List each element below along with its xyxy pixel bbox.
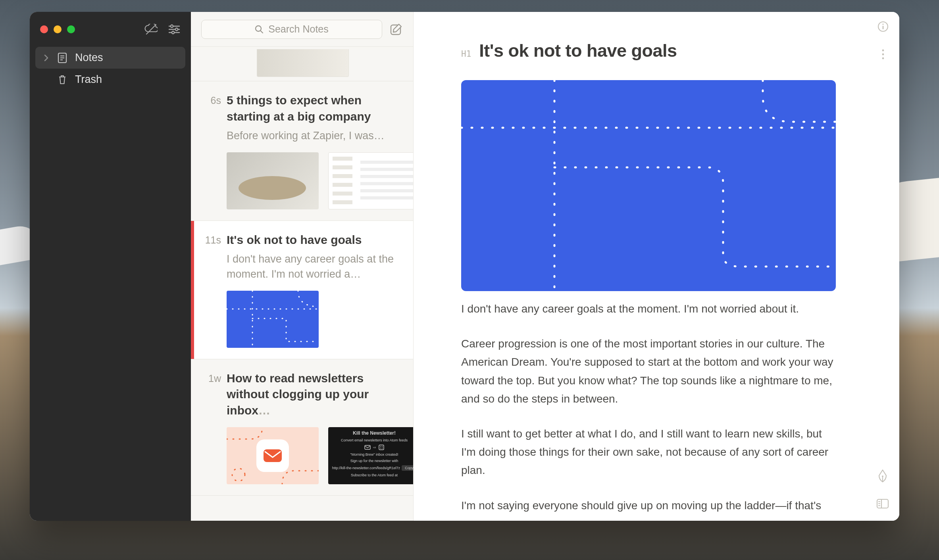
document: H1 It's ok not to have goals I don't hav…: [414, 12, 899, 521]
note-icon: [57, 52, 68, 63]
editor-tools-top: [877, 21, 889, 62]
document-paragraph[interactable]: I'm not saying everyone should give up o…: [461, 497, 834, 515]
svg-point-17: [380, 446, 381, 447]
search-input[interactable]: Search Notes: [201, 20, 382, 39]
note-timestamp: 11s: [195, 232, 221, 348]
note-title: 5 things to expect when starting at a bi…: [227, 92, 402, 125]
note-thumbnails: [227, 291, 402, 348]
chevron-right-icon: [42, 54, 50, 61]
info-icon[interactable]: [877, 21, 889, 34]
svg-point-5: [172, 31, 174, 34]
note-timestamp: 1w: [195, 370, 221, 485]
more-icon[interactable]: [881, 48, 885, 62]
note-thumbnails: [227, 152, 402, 209]
search-icon: [255, 25, 264, 34]
sidebar-item-label: Notes: [75, 52, 103, 64]
note-thumbnail: [328, 152, 413, 209]
document-paragraph[interactable]: I don't have any career goals at the mom…: [461, 300, 834, 318]
sidebar-item-notes[interactable]: Notes: [35, 47, 185, 69]
sync-icon[interactable]: [144, 24, 158, 35]
svg-rect-15: [365, 445, 370, 449]
notes-list-header: Search Notes: [191, 12, 413, 47]
svg-line-11: [261, 31, 263, 33]
note-timestamp: 6s: [195, 92, 221, 209]
svg-point-10: [256, 26, 261, 31]
note-thumbnail: [227, 152, 319, 209]
app-window: Notes • Trash Search Notes: [30, 12, 899, 521]
svg-rect-23: [883, 26, 884, 29]
note-thumbnail: [227, 291, 319, 348]
svg-point-26: [882, 58, 884, 59]
compose-button[interactable]: [389, 23, 403, 36]
svg-point-22: [882, 23, 883, 25]
editor-tools-bottom: [876, 469, 889, 510]
note-list-item[interactable]: 6s 5 things to expect when starting at a…: [191, 81, 413, 221]
sidebar: Notes • Trash: [30, 12, 191, 521]
document-paragraph[interactable]: I still want to get better at what I do,…: [461, 425, 834, 480]
pen-icon[interactable]: [877, 469, 889, 484]
minimize-window-button[interactable]: [54, 25, 62, 33]
search-placeholder: Search Notes: [268, 23, 328, 35]
svg-point-25: [882, 54, 884, 56]
close-window-button[interactable]: [40, 25, 48, 33]
note-thumbnails: Kill the Newsletter! Convert email newsl…: [227, 427, 402, 484]
document-hero-image: [461, 80, 836, 291]
notes-list[interactable]: 6s 5 things to expect when starting at a…: [191, 47, 413, 521]
document-title[interactable]: It's ok not to have goals: [479, 40, 677, 61]
note-thumbnail: [257, 49, 349, 77]
svg-point-24: [882, 50, 884, 52]
svg-point-18: [382, 446, 383, 447]
notes-list-column: Search Notes 6s 5 things to expect when …: [191, 12, 414, 521]
titlebar: [30, 12, 191, 47]
svg-rect-16: [379, 445, 384, 450]
heading-level-tag: H1: [461, 49, 471, 59]
note-list-item[interactable]: 11s It's ok not to have goals I don't ha…: [191, 221, 413, 359]
settings-icon[interactable]: [168, 24, 181, 35]
svg-point-20: [382, 448, 383, 449]
svg-point-27: [882, 476, 883, 477]
zoom-window-button[interactable]: [67, 25, 75, 33]
svg-point-3: [171, 25, 173, 27]
panel-icon[interactable]: [876, 499, 889, 510]
sidebar-nav: Notes • Trash: [30, 47, 191, 90]
svg-point-4: [175, 28, 178, 31]
note-thumbnail: Kill the Newsletter! Convert email newsl…: [328, 427, 413, 484]
note-title: How to read newsletters without clogging…: [227, 370, 402, 419]
note-list-item[interactable]: 1w How to read newsletters without clogg…: [191, 359, 413, 496]
window-controls: [40, 25, 75, 33]
svg-point-19: [380, 448, 381, 449]
document-paragraph[interactable]: Career progression is one of the most im…: [461, 335, 834, 408]
note-thumbnail: [227, 427, 319, 484]
note-excerpt: Before working at Zapier, I was…: [227, 128, 402, 144]
sidebar-item-trash[interactable]: • Trash: [35, 69, 185, 90]
trash-icon: [57, 74, 68, 85]
note-list-item-partial[interactable]: [191, 47, 413, 81]
svg-point-13: [232, 468, 245, 481]
note-title: It's ok not to have goals: [227, 232, 402, 248]
sidebar-item-label: Trash: [75, 73, 102, 86]
note-editor[interactable]: H1 It's ok not to have goals I don't hav…: [414, 12, 899, 521]
note-excerpt: I don't have any career goals at the mom…: [227, 252, 402, 282]
